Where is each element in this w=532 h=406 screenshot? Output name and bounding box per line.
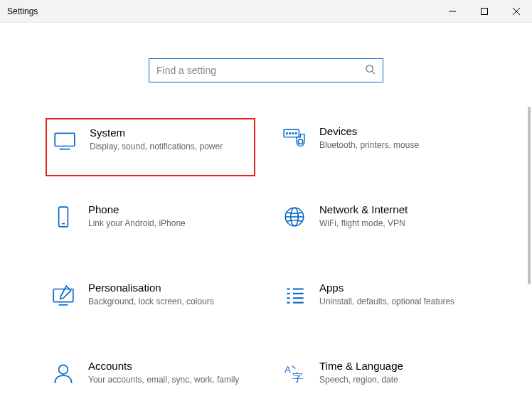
maximize-button[interactable] bbox=[468, 0, 500, 22]
category-title: System bbox=[90, 127, 248, 139]
category-text: Devices Bluetooth, printers, mouse bbox=[319, 125, 481, 151]
category-text: Network & Internet WiFi, flight mode, VP… bbox=[319, 203, 481, 229]
categories-grid: System Display, sound, notifications, po… bbox=[46, 118, 486, 406]
category-title: Apps bbox=[319, 282, 481, 294]
category-description: Uninstall, defaults, optional features bbox=[319, 296, 481, 307]
category-title: Time & Language bbox=[319, 360, 481, 372]
category-description: Your accounts, email, sync, work, family bbox=[88, 374, 250, 385]
category-phone[interactable]: Phone Link your Android, iPhone bbox=[46, 196, 255, 255]
svg-point-13 bbox=[298, 139, 302, 144]
category-devices[interactable]: Devices Bluetooth, printers, mouse bbox=[277, 118, 486, 176]
network-icon bbox=[282, 205, 307, 229]
time-language-icon: A 字 bbox=[282, 361, 307, 385]
svg-text:字: 字 bbox=[292, 372, 303, 383]
system-icon bbox=[53, 128, 77, 152]
devices-icon bbox=[282, 127, 307, 151]
svg-point-12 bbox=[295, 133, 297, 134]
category-title: Network & Internet bbox=[319, 203, 481, 215]
svg-point-11 bbox=[292, 133, 294, 134]
scrollbar-thumb[interactable] bbox=[528, 107, 531, 284]
category-text: Time & Language Speech, region, date bbox=[319, 360, 481, 385]
category-text: Personalisation Background, lock screen,… bbox=[88, 282, 250, 307]
svg-point-29 bbox=[59, 365, 68, 374]
category-description: WiFi, flight mode, VPN bbox=[319, 218, 481, 229]
category-title: Phone bbox=[88, 203, 250, 215]
svg-point-10 bbox=[289, 133, 291, 134]
category-accounts[interactable]: Accounts Your accounts, email, sync, wor… bbox=[46, 353, 255, 406]
close-button[interactable] bbox=[500, 0, 532, 22]
content-area: System Display, sound, notifications, po… bbox=[0, 23, 532, 406]
svg-rect-1 bbox=[481, 8, 487, 14]
window-controls bbox=[436, 0, 532, 22]
search-container bbox=[0, 58, 532, 82]
category-description: Bluetooth, printers, mouse bbox=[319, 139, 481, 151]
category-description: Display, sound, notifications, power bbox=[90, 141, 248, 152]
svg-line-5 bbox=[372, 71, 375, 74]
svg-rect-6 bbox=[55, 133, 75, 146]
category-text: System Display, sound, notifications, po… bbox=[90, 127, 248, 152]
svg-text:A: A bbox=[284, 364, 291, 375]
category-network[interactable]: Network & Internet WiFi, flight mode, VP… bbox=[277, 196, 486, 255]
category-description: Link your Android, iPhone bbox=[88, 218, 250, 229]
svg-point-4 bbox=[366, 65, 373, 71]
svg-point-9 bbox=[287, 133, 288, 134]
category-text: Accounts Your accounts, email, sync, wor… bbox=[88, 360, 250, 385]
category-description: Speech, region, date bbox=[319, 374, 481, 385]
category-system[interactable]: System Display, sound, notifications, po… bbox=[46, 118, 255, 176]
category-title: Accounts bbox=[88, 360, 250, 372]
category-text: Phone Link your Android, iPhone bbox=[88, 203, 250, 229]
search-icon bbox=[365, 64, 376, 78]
category-title: Personalisation bbox=[88, 282, 250, 294]
category-description: Background, lock screen, colours bbox=[88, 296, 250, 307]
search-box[interactable] bbox=[149, 58, 383, 82]
category-text: Apps Uninstall, defaults, optional featu… bbox=[319, 282, 481, 307]
category-time-language[interactable]: A 字 Time & Language Speech, region, date bbox=[277, 353, 486, 406]
window-title: Settings bbox=[0, 6, 38, 16]
category-apps[interactable]: Apps Uninstall, defaults, optional featu… bbox=[277, 274, 486, 333]
search-input[interactable] bbox=[156, 65, 365, 76]
minimize-button[interactable] bbox=[436, 0, 468, 22]
phone-icon bbox=[51, 205, 75, 229]
category-title: Devices bbox=[319, 125, 481, 137]
personalisation-icon bbox=[51, 283, 75, 307]
accounts-icon bbox=[51, 361, 75, 385]
category-personalisation[interactable]: Personalisation Background, lock screen,… bbox=[46, 274, 255, 333]
titlebar: Settings bbox=[0, 0, 532, 23]
apps-icon bbox=[282, 283, 307, 307]
